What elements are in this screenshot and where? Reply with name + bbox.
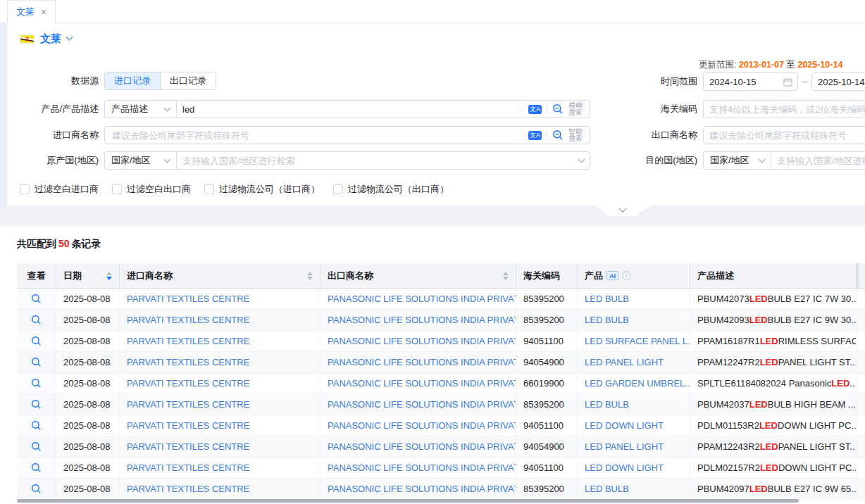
sort-icon-exporter[interactable] [499,272,509,280]
col-header-date[interactable]: 日期 [56,263,120,288]
trade-data-app: 文莱 × 文莱 数据源 进口记录 出口记录 [0,0,865,504]
update-range-start: 2013-01-07 [739,60,784,70]
product-link[interactable]: LED BULB [585,315,629,325]
product-link[interactable]: LED PANEL LIGHT [585,357,664,367]
product-link[interactable]: LED BULB [585,399,629,410]
importer-link[interactable]: PARVATI TEXTILES CENTRE [127,420,249,431]
destination-input[interactable] [771,152,865,169]
importer-link[interactable]: PARVATI TEXTILES CENTRE [127,441,249,452]
row-hs-code: 85395200 [516,394,578,415]
hs-code-field[interactable] [703,100,865,118]
col-header-exporter[interactable]: 出口商名称 [321,263,516,288]
date-end-input[interactable] [812,73,865,90]
country-header[interactable]: 文莱 [20,32,72,46]
importer-link[interactable]: PARVATI TEXTILES CENTRE [127,399,249,410]
importer-link[interactable]: PARVATI TEXTILES CENTRE [127,462,249,473]
col-header-importer[interactable]: 进口商名称 [120,263,321,288]
exporter-link[interactable]: PANASONIC LIFE SOLUTIONS INDIA PRIVAT... [328,336,516,346]
update-range: 更新范围: 2013-01-07 至 2025-10-14 [699,59,842,71]
row-date: 2025-08-08 [56,373,120,393]
exporter-link[interactable]: PANASONIC LIFE SOLUTIONS INDIA PRIVAT... [328,357,516,367]
exporter-link[interactable]: PANASONIC LIFE SOLUTIONS INDIA PRIVAT... [328,315,516,325]
checkbox-box[interactable] [20,184,30,194]
table-row: 2025-08-08 PARVATI TEXTILES CENTRE PANAS… [17,436,865,458]
exporter-name-input[interactable] [704,127,865,144]
filter-checkbox-row: 过滤空白进口商过滤空白出口商过滤物流公司（进口商）过滤物流公司（出口商） [20,183,449,196]
close-icon[interactable]: × [41,7,46,17]
sort-icon-importer[interactable] [303,272,313,280]
hs-code-input[interactable] [704,101,865,118]
row-date: 2025-08-08 [56,310,120,330]
checkbox-label: 过滤物流公司（出口商） [348,183,449,196]
exporter-link[interactable]: PANASONIC LIFE SOLUTIONS INDIA PRIVAT... [328,294,516,304]
results-panel: 共匹配到50条记录 查看 日期 进口商名称 出口商名称 海关编码 [0,226,865,504]
row-description: PDLM02157R2 LED DOWN LIGHT PC... [690,458,857,478]
date-start-input[interactable] [704,73,783,90]
importer-link[interactable]: PARVATI TEXTILES CENTRE [127,315,249,325]
view-record-button[interactable] [17,479,56,499]
row-description: PDLM01153R2 LED DOWN LIGHT PC... [690,415,857,436]
exporter-link[interactable]: PANASONIC LIFE SOLUTIONS INDIA PRIVAT... [328,484,516,494]
importer-link[interactable]: PARVATI TEXTILES CENTRE [127,336,249,346]
exporter-link[interactable]: PANASONIC LIFE SOLUTIONS INDIA PRIVAT... [328,462,516,473]
summary-prefix: 共匹配到 [17,238,56,249]
product-link[interactable]: LED BULB [585,294,629,304]
update-range-label: 更新范围: [699,60,736,70]
calendar-icon [783,77,792,87]
product-link[interactable]: LED SURFACE PANEL L... [585,336,690,346]
view-record-button[interactable] [17,415,56,436]
exporter-link[interactable]: PANASONIC LIFE SOLUTIONS INDIA PRIVAT... [328,441,516,452]
magnifier-icon [31,420,42,431]
product-link[interactable]: LED PANEL LIGHT [585,441,664,452]
sort-icon-date[interactable] [102,272,112,280]
col-header-exporter-label: 出口商名称 [328,270,373,282]
row-description: PBUM42037 LED BULB HIGH BEAM ... [690,394,857,415]
exporter-link[interactable]: PANASONIC LIFE SOLUTIONS INDIA PRIVAT... [328,378,516,389]
checkbox-box[interactable] [204,184,214,194]
row-hs-code: 85395200 [516,310,578,330]
time-range-label: 时间范围 [606,73,697,91]
importer-link[interactable]: PARVATI TEXTILES CENTRE [127,484,249,494]
date-start-picker[interactable] [703,73,798,91]
view-record-button[interactable] [17,394,56,415]
product-link[interactable]: LED DOWN LIGHT [585,420,664,431]
checkbox-box[interactable] [112,184,122,194]
tab-brunei[interactable]: 文莱 × [7,0,56,23]
filter-checkbox[interactable]: 过滤物流公司（出口商） [333,183,449,196]
importer-link[interactable]: PARVATI TEXTILES CENTRE [127,378,249,389]
view-record-button[interactable] [17,352,56,372]
view-record-button[interactable] [17,310,56,330]
view-record-button[interactable] [17,331,56,351]
col-header-hs-code: 海关编码 [516,263,578,288]
importer-link[interactable]: PARVATI TEXTILES CENTRE [127,357,249,367]
product-link[interactable]: LED BULB [585,484,629,494]
date-end-picker[interactable] [811,73,865,91]
view-record-button[interactable] [17,436,56,457]
view-record-button[interactable] [17,289,56,309]
row-description: PBUM42097 LED BULB E27 IC 9W 65... [690,479,857,499]
row-date: 2025-08-08 [56,394,120,415]
view-record-button[interactable] [17,373,56,393]
importer-link[interactable]: PARVATI TEXTILES CENTRE [127,294,249,304]
row-next-sliver [857,289,865,309]
product-link[interactable]: LED DOWN LIGHT [585,462,664,473]
row-description: SPLTLE61184082024 Panasonic LED ... [690,373,857,393]
exporter-link[interactable]: PANASONIC LIFE SOLUTIONS INDIA PRIVAT... [328,399,516,410]
chevron-down-icon[interactable] [66,34,73,41]
exporter-link[interactable]: PANASONIC LIFE SOLUTIONS INDIA PRIVAT... [328,420,516,431]
row-date: 2025-08-08 [56,436,120,457]
collapse-filter-handle[interactable] [595,206,651,216]
horizontal-scrollbar-thumb[interactable] [17,499,799,503]
checkbox-box[interactable] [333,184,343,194]
filter-checkbox[interactable]: 过滤空白出口商 [112,183,191,196]
view-record-button[interactable] [17,458,56,478]
info-icon[interactable]: i [622,271,631,280]
row-date: 2025-08-08 [56,289,120,309]
row-next-sliver [857,310,865,330]
exporter-field[interactable] [703,126,865,144]
filter-checkbox[interactable]: 过滤物流公司（进口商） [204,183,320,196]
table-row: 2025-08-08 PARVATI TEXTILES CENTRE PANAS… [17,373,865,394]
product-link[interactable]: LED GARDEN UMBREL... [585,378,690,389]
destination-select[interactable]: 国家/地区 [704,152,771,169]
filter-checkbox[interactable]: 过滤空白进口商 [20,183,99,196]
